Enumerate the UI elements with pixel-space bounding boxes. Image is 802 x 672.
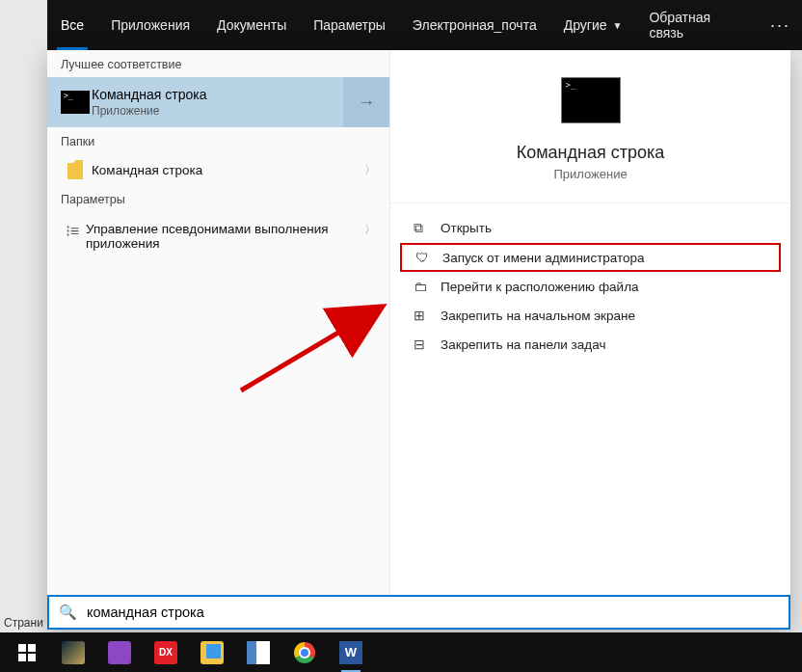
result-folder-label: Командная строка: [92, 163, 202, 177]
search-results-flyout: Лучшее соответствие Командная строка При…: [47, 50, 790, 630]
action-open-label: Открыть: [441, 221, 492, 235]
result-preview-pane: Командная строка Приложение ⧉ Открыть 🛡 …: [390, 50, 790, 595]
visual-studio-icon: [108, 641, 131, 664]
result-setting-label: Управление псевдонимами выполнения прило…: [86, 222, 378, 251]
taskbar-app-notepadpp[interactable]: [235, 632, 281, 672]
notepadpp-icon: [247, 641, 270, 664]
result-setting-alias[interactable]: ⁝≡ Управление псевдонимами выполнения пр…: [47, 212, 389, 260]
action-run-as-admin-label: Запуск от имени администратора: [442, 251, 645, 265]
tab-email[interactable]: Электронная_почта: [399, 0, 550, 50]
search-icon: 🔍: [59, 604, 77, 621]
taskbar-app-lol[interactable]: [50, 632, 96, 672]
section-folders: Папки: [47, 127, 389, 154]
dx-icon: DX: [154, 641, 177, 664]
section-settings: Параметры: [47, 185, 389, 212]
tab-more-label: Другие: [564, 17, 607, 33]
taskbar-app-visualstudio[interactable]: [96, 632, 143, 672]
shield-run-icon: 🛡: [415, 250, 442, 265]
word-icon: W: [339, 641, 362, 664]
cmd-icon: [59, 91, 92, 114]
tab-documents[interactable]: Документы: [203, 0, 300, 50]
taskbar-app-dx[interactable]: DX: [143, 632, 189, 672]
action-open-file-location[interactable]: 🗀 Перейти к расположению файла: [396, 272, 785, 301]
action-open[interactable]: ⧉ Открыть: [396, 213, 785, 243]
result-cmd-subtitle: Приложение: [92, 104, 206, 118]
search-category-tabs: Все Приложения Документы Параметры Элект…: [47, 0, 802, 50]
action-pin-start[interactable]: ⊞ Закрепить на начальном экране: [396, 301, 785, 330]
tab-all[interactable]: Все: [47, 0, 97, 50]
result-cmd-app[interactable]: Командная строка Приложение: [47, 77, 343, 127]
open-icon: ⧉: [414, 220, 441, 236]
pin-start-icon: ⊞: [414, 308, 441, 323]
folder-icon: [59, 160, 92, 179]
action-pin-taskbar[interactable]: ⊟ Закрепить на панели задач: [396, 330, 785, 359]
preview-title: Командная строка: [517, 143, 665, 163]
section-best-match: Лучшее соответствие: [47, 50, 389, 77]
expand-result-arrow[interactable]: →: [343, 77, 389, 127]
action-pin-start-label: Закрепить на начальном экране: [441, 309, 635, 323]
taskbar-app-file-explorer[interactable]: [189, 632, 235, 672]
action-pin-taskbar-label: Закрепить на панели задач: [441, 337, 605, 352]
taskbar-app-word[interactable]: W: [328, 632, 374, 672]
preview-cmd-icon: [561, 77, 621, 123]
tab-apps[interactable]: Приложения: [97, 0, 203, 50]
start-button[interactable]: [4, 632, 50, 672]
folder-open-icon: 🗀: [414, 279, 441, 294]
search-input[interactable]: [87, 605, 779, 620]
tab-more[interactable]: Другие ▼: [550, 0, 636, 50]
action-open-file-location-label: Перейти к расположению файла: [441, 280, 639, 294]
pin-taskbar-icon: ⊟: [414, 336, 441, 352]
feedback-link[interactable]: Обратная связь: [635, 0, 759, 50]
result-cmd-title: Командная строка: [92, 87, 206, 102]
background-word-statusbar: Страни: [4, 616, 43, 630]
settings-list-icon: ⁝≡: [59, 222, 86, 240]
taskbar-app-chrome[interactable]: [281, 632, 328, 672]
chevron-right-icon: 〉: [364, 222, 376, 238]
chrome-icon: [294, 642, 315, 663]
windows-logo-icon: [18, 644, 36, 661]
action-run-as-admin[interactable]: 🛡 Запуск от имени администратора: [400, 243, 781, 272]
tab-settings[interactable]: Параметры: [300, 0, 399, 50]
chevron-down-icon: ▼: [613, 20, 623, 31]
overflow-menu-button[interactable]: ···: [759, 0, 802, 50]
search-box[interactable]: 🔍: [47, 595, 790, 630]
results-list: Лучшее соответствие Командная строка При…: [47, 50, 390, 595]
file-explorer-icon: [200, 641, 224, 664]
preview-subtitle: Приложение: [553, 167, 627, 181]
result-folder-cmd[interactable]: Командная строка 〉: [47, 154, 389, 185]
taskbar: DX W: [0, 632, 802, 672]
chevron-right-icon: 〉: [364, 162, 376, 178]
lol-icon: [62, 641, 85, 664]
